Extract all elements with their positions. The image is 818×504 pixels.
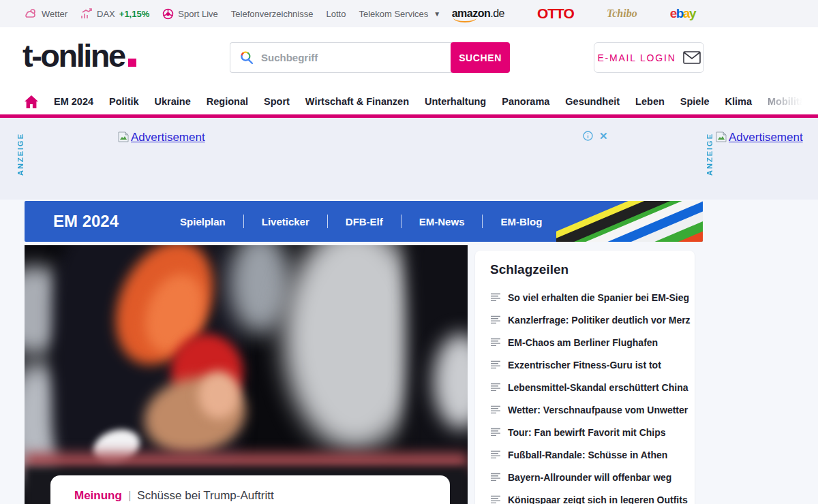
- nav-item-gesundheit[interactable]: Gesundheit: [565, 96, 620, 107]
- nav-item-panorama[interactable]: Panorama: [502, 96, 549, 107]
- headline-item[interactable]: Wetter: Verschnaufpause vom Unwetter: [490, 398, 682, 421]
- sport-live-label: Sport Live: [178, 9, 218, 19]
- envelope-icon: [683, 51, 701, 64]
- nav-item-ukraine[interactable]: Ukraine: [155, 96, 191, 107]
- em-link-liveticker[interactable]: Liveticker: [262, 216, 309, 227]
- headline-text: Fußball-Randale: Schüsse in Athen: [508, 450, 667, 460]
- ebay-letter: y: [689, 6, 695, 20]
- anzeige-label-right: ANZEIGE: [706, 133, 714, 176]
- dax-value: +1,15%: [119, 9, 149, 19]
- article-lines-icon: [490, 495, 501, 504]
- headline-text: So viel erhalten die Spanier bei EM-Sieg: [508, 292, 689, 303]
- amazon-smile-icon: [453, 17, 476, 22]
- dax-label: DAX: [97, 9, 115, 19]
- logo-dot: [128, 59, 136, 67]
- dax-link[interactable]: DAX +1,15%: [80, 8, 149, 19]
- headline-item[interactable]: So viel erhalten die Spanier bei EM-Sieg: [490, 286, 682, 309]
- article-lines-icon: [490, 383, 501, 392]
- sport-live-link[interactable]: Sport Live: [162, 8, 218, 20]
- telekom-services-dropdown[interactable]: Telekom Services ▼: [359, 9, 440, 19]
- em-link-spielplan[interactable]: Spielplan: [180, 216, 226, 227]
- main-navigation: EM 2024 Politik Ukraine Regional Sport W…: [0, 89, 818, 114]
- headline-item[interactable]: Königspaar zeigt sich in legeren Outfits: [490, 488, 682, 504]
- otto-logo[interactable]: OTTO: [537, 5, 574, 22]
- headline-text: Tour: Fan bewirft Favorit mit Chips: [508, 427, 666, 438]
- broken-image-icon: [715, 131, 727, 143]
- nav-item-mobilitaet[interactable]: Mobilität: [768, 96, 808, 107]
- advertisement-left[interactable]: Advertisement: [117, 131, 205, 144]
- nav-item-politik[interactable]: Politik: [109, 96, 139, 107]
- advertisement-alt-text: Advertisement: [729, 131, 803, 144]
- site-header: t-online SUCHEN E-MAIL LOGIN: [0, 27, 818, 89]
- main-article-teaser[interactable]: Meinung | Schüsse bei Trump-Auftritt: [25, 245, 468, 504]
- t-online-logo[interactable]: t-online: [22, 37, 136, 74]
- weather-link[interactable]: Wetter: [24, 8, 67, 19]
- em-banner-links: Spielplan Liveticker DFB-Elf EM-News EM-…: [180, 215, 542, 228]
- em-link-dfb-elf[interactable]: DFB-Elf: [346, 216, 383, 227]
- em-link-em-news[interactable]: EM-News: [419, 216, 465, 227]
- headline-text: Exzentrischer Fitness-Guru ist tot: [508, 360, 661, 371]
- search-input[interactable]: [261, 52, 438, 63]
- service-links: Wetter DAX +1,15% Sport Live Telefonverz…: [24, 8, 452, 20]
- headlines-title: Schlagzeilen: [490, 262, 682, 277]
- article-lines-icon: [490, 428, 501, 437]
- article-kicker: Meinung: [74, 489, 122, 503]
- headline-item[interactable]: Exzentrischer Fitness-Guru ist tot: [490, 353, 682, 376]
- ad-close-icon[interactable]: ✕: [599, 131, 608, 141]
- em-link-separator: [243, 215, 244, 228]
- headline-item[interactable]: Fußball-Randale: Schüsse in Athen: [490, 443, 682, 466]
- lotto-link[interactable]: Lotto: [326, 9, 346, 19]
- article-lines-icon: [490, 360, 501, 369]
- nav-item-spiele[interactable]: Spiele: [680, 96, 710, 107]
- telefonverzeichnisse-link[interactable]: Telefonverzeichnisse: [231, 9, 314, 19]
- main-article-caption[interactable]: Meinung | Schüsse bei Trump-Auftritt: [50, 475, 450, 504]
- home-icon: [25, 95, 38, 108]
- em-link-em-blog[interactable]: EM-Blog: [500, 216, 542, 227]
- headlines-panel: Schlagzeilen So viel erhalten die Spanie…: [475, 251, 695, 504]
- headline-text: Lebensmittel-Skandal erschüttert China: [508, 382, 688, 393]
- headline-item[interactable]: Lebensmittel-Skandal erschüttert China: [490, 376, 682, 398]
- search-field-wrap: [230, 42, 452, 73]
- nav-item-klima[interactable]: Klima: [725, 96, 753, 107]
- tchibo-logo[interactable]: Tchibo: [607, 7, 637, 20]
- nav-item-wirtschaft[interactable]: Wirtschaft & Finanzen: [305, 96, 409, 107]
- email-login-button[interactable]: E-MAIL LOGIN: [594, 42, 704, 73]
- stock-chart-icon: [80, 8, 93, 19]
- nav-item-leben[interactable]: Leben: [635, 96, 665, 107]
- nav-item-em-2024[interactable]: EM 2024: [54, 96, 93, 107]
- em-link-separator: [327, 215, 328, 228]
- nav-item-sport[interactable]: Sport: [264, 96, 290, 107]
- search-button[interactable]: SUCHEN: [451, 42, 510, 73]
- nav-item-unterhaltung[interactable]: Unterhaltung: [425, 96, 486, 107]
- nav-item-regional[interactable]: Regional: [207, 96, 248, 107]
- amazon-tld: .de: [490, 7, 504, 19]
- article-title: Schüsse bei Trump-Auftritt: [137, 489, 273, 503]
- headline-item[interactable]: Kanzlerfrage: Politiker deutlich vor Mer…: [490, 309, 682, 331]
- advertisement-right[interactable]: Advertisement: [715, 131, 803, 144]
- weather-icon: [24, 8, 37, 19]
- em-link-separator: [401, 215, 402, 228]
- headline-text: Bayern-Allrounder will offenbar weg: [508, 472, 671, 483]
- advertisement-alt-text: Advertisement: [131, 131, 205, 144]
- top-service-bar: Wetter DAX +1,15% Sport Live Telefonverz…: [0, 0, 818, 27]
- headline-text: Königspaar zeigt sich in legeren Outfits: [508, 494, 688, 504]
- partner-logos: amazon.de OTTO Tchibo ebay: [452, 5, 695, 22]
- em-link-separator: [482, 215, 483, 228]
- ebay-logo[interactable]: ebay: [670, 6, 695, 21]
- search-bar: SUCHEN: [230, 42, 510, 73]
- article-lines-icon: [490, 473, 501, 482]
- headline-item[interactable]: Tour: Fan bewirft Favorit mit Chips: [490, 421, 682, 443]
- home-button[interactable]: [25, 95, 38, 108]
- headline-text: Wetter: Verschnaufpause vom Unwetter: [508, 405, 688, 415]
- headline-item[interactable]: EM-Chaos am Berliner Flughafen: [490, 331, 682, 353]
- amazon-logo[interactable]: amazon.de: [452, 7, 504, 20]
- weather-label: Wetter: [42, 9, 67, 19]
- lotto-label: Lotto: [326, 9, 346, 19]
- headline-item[interactable]: Bayern-Allrounder will offenbar weg: [490, 466, 682, 488]
- chevron-down-icon: ▼: [434, 10, 440, 18]
- em-2024-banner: EM 2024 Spielplan Liveticker DFB-Elf EM-…: [25, 201, 703, 242]
- ad-info-icon[interactable]: [583, 131, 593, 141]
- em-banner-title[interactable]: EM 2024: [53, 212, 119, 231]
- ebay-letter: e: [670, 6, 676, 20]
- main-article-image: [25, 245, 468, 504]
